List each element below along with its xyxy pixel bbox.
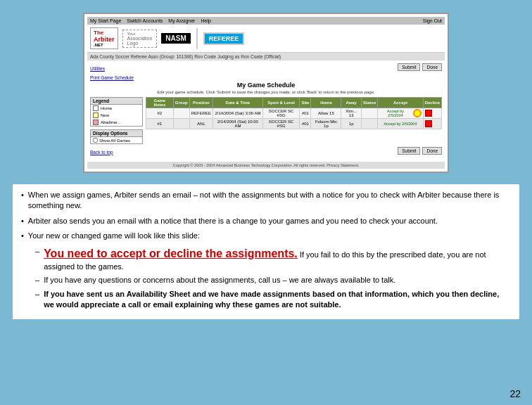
cell-site-1: #01 xyxy=(300,108,311,119)
bullet-text-3: Your new or changed game will look like … xyxy=(28,231,200,241)
cell-group-2 xyxy=(173,119,189,129)
bullet-item-2: • Arbiter also sends you an email with a… xyxy=(21,216,511,226)
naso-logo: NASΜ xyxy=(161,33,190,44)
screen-top-section: Utilities Submit Done xyxy=(90,63,442,73)
legend-altadime: Altadime... xyxy=(91,119,142,126)
games-table: Game Notes Group Position Date & Time Sp… xyxy=(146,97,442,129)
decline-button-2[interactable] xyxy=(425,120,432,127)
col-date-time: Date & Time xyxy=(213,98,263,108)
screen-title: My Game Schedule xyxy=(90,82,442,89)
decline-button-1[interactable] xyxy=(425,110,432,117)
highlight-accept-decline: You need to accept or decline the assign… xyxy=(44,248,298,259)
dash-sym-3: – xyxy=(35,289,39,311)
main-container: My Start Page Switch Accounts My Assigne… xyxy=(0,0,532,332)
cell-status-2 xyxy=(361,119,377,129)
cell-home-2: Folsom Mtc 1p xyxy=(311,119,341,129)
col-position: Position xyxy=(189,98,213,108)
utilities-link[interactable]: Utilities xyxy=(90,66,105,71)
cell-status-1 xyxy=(361,108,377,119)
cell-game-notes-2: #1 xyxy=(146,119,174,129)
dash-item-3: – If you have sent us an Availability Sh… xyxy=(35,289,511,311)
col-accept: Accept xyxy=(378,98,423,108)
col-group: Group xyxy=(173,98,189,108)
col-site: Site xyxy=(300,98,311,108)
bullet-text-1: When we assign games, Arbiter sends an e… xyxy=(28,190,511,212)
screen-sidebar: Legend Home New Altadime... xyxy=(90,97,143,144)
back-to-top-link[interactable]: Back to top xyxy=(90,150,113,155)
arbiter-logo: The Arbiter .NET xyxy=(90,27,118,49)
cell-decline-2[interactable] xyxy=(423,119,441,129)
bullet-dot-2: • xyxy=(21,216,24,226)
bullet-text-2: Arbiter also sends you an email with a n… xyxy=(28,216,438,226)
cell-away-1: Xtm... 13 xyxy=(341,108,361,119)
print-game-schedule-link[interactable]: Print Game Schedule xyxy=(90,75,134,80)
cell-sport-2: SOCCER SC #SG xyxy=(262,119,300,129)
nav-my-assigner[interactable]: My Assigner xyxy=(168,18,195,23)
col-home: Home xyxy=(311,98,341,108)
cell-date-1: 2/14/2004 (Sat) 3:00 AM xyxy=(213,108,263,119)
sign-out-link[interactable]: Sign Out xyxy=(423,18,442,23)
dash-text-1: You need to accept or decline the assign… xyxy=(44,246,511,273)
submit-button-top[interactable]: Submit xyxy=(398,63,420,71)
cell-accept-2[interactable]: Accept by 2/5/2004 xyxy=(378,119,423,129)
bullet-dot-3: • xyxy=(21,231,24,241)
legend-home: Home xyxy=(91,105,142,112)
dash-sym-2: – xyxy=(35,275,39,285)
dash-sym-1: – xyxy=(35,246,39,273)
screen-content: Utilities Submit Done Print Game Schedul… xyxy=(87,60,445,160)
cell-decline-1[interactable] xyxy=(423,108,441,119)
screenshot-box: My Start Page Switch Accounts My Assigne… xyxy=(83,13,449,173)
cell-position-1: REFEREE xyxy=(189,108,213,119)
screen-nav-bar: My Start Page Switch Accounts My Assigne… xyxy=(87,17,445,25)
col-decline: Decline xyxy=(423,98,441,108)
screen-header: The Arbiter .NET Your Association Logo N… xyxy=(87,25,445,53)
accept-circle-icon xyxy=(413,109,422,117)
bullet-dot-1: • xyxy=(21,190,24,212)
screen-footer: Back to top Submit Done xyxy=(90,147,442,157)
col-game-notes: Game Notes xyxy=(146,98,174,108)
done-button-bottom[interactable]: Done xyxy=(422,147,442,155)
legend-box: Legend Home New Altadime... xyxy=(90,97,143,127)
nav-help[interactable]: Help xyxy=(201,18,210,23)
display-options-box: Display Options Show All Games xyxy=(90,129,143,144)
col-away: Away xyxy=(341,98,361,108)
col-sport-level: Sport & Level xyxy=(262,98,300,108)
cell-game-notes-1: #2 xyxy=(146,108,174,119)
show-all-games-checkbox[interactable] xyxy=(93,138,98,143)
done-button-top[interactable]: Done xyxy=(422,63,442,71)
bullet-item-1: • When we assign games, Arbiter sends an… xyxy=(21,190,511,212)
submit-button-bottom[interactable]: Submit xyxy=(398,147,420,155)
dash-text-3: If you have sent us an Availability Shee… xyxy=(44,289,511,311)
legend-title: Legend xyxy=(91,98,142,105)
bullet-item-3: • Your new or changed game will look lik… xyxy=(21,231,511,241)
table-row: #2 REFEREE 2/14/2004 (Sat) 3:00 AM SOCCE… xyxy=(146,108,442,119)
col-status: Status xyxy=(361,98,377,108)
legend-new: New xyxy=(91,112,142,119)
breadcrumb: Ada County Soccer Referee Assn (Group: 1… xyxy=(87,53,445,60)
nav-my-start-page[interactable]: My Start Page xyxy=(90,18,121,23)
cell-home-1: Allow 15 xyxy=(311,108,341,119)
dash-text-2: If you have any questions or concerns ab… xyxy=(44,275,395,285)
bullets-section: • When we assign games, Arbiter sends an… xyxy=(13,184,519,319)
top-action-buttons: Submit Done xyxy=(398,63,442,71)
dash-items: – You need to accept or decline the assi… xyxy=(35,246,511,311)
cell-group-1 xyxy=(173,108,189,119)
cell-site-2: #01 xyxy=(300,119,311,129)
nav-switch-accounts[interactable]: Switch Accounts xyxy=(127,18,163,23)
dash-item-2: – If you have any questions or concerns … xyxy=(35,275,511,285)
cell-away-2: 1p xyxy=(341,119,361,129)
dash-item-1: – You need to accept or decline the assi… xyxy=(35,246,511,273)
cell-date-2: 2/14/2004 (Sat) 10:00 AM xyxy=(213,119,263,129)
cell-sport-1: SOCCER SC #SG xyxy=(262,108,300,119)
referee-logo: REFEREE xyxy=(203,32,245,45)
screen-copyright: Copyright © 2003 - 2004 Advanced Busines… xyxy=(87,162,445,169)
page-number: 22 xyxy=(509,388,521,399)
your-association-logo: Your Association Logo xyxy=(122,30,158,48)
screen-layout: Legend Home New Altadime... xyxy=(90,97,442,144)
nav-links: My Start Page Switch Accounts My Assigne… xyxy=(90,18,211,23)
show-all-games-option[interactable]: Show All Games xyxy=(91,137,142,143)
cell-accept-1[interactable]: Accept by 2/5/2004 xyxy=(378,108,423,119)
screen-subtitle: Edit your game schedule. Click 'Submit' … xyxy=(90,90,442,94)
table-row: #1 ANL 2/14/2004 (Sat) 10:00 AM SOCCER S… xyxy=(146,119,442,129)
display-options-title: Display Options xyxy=(91,130,142,137)
